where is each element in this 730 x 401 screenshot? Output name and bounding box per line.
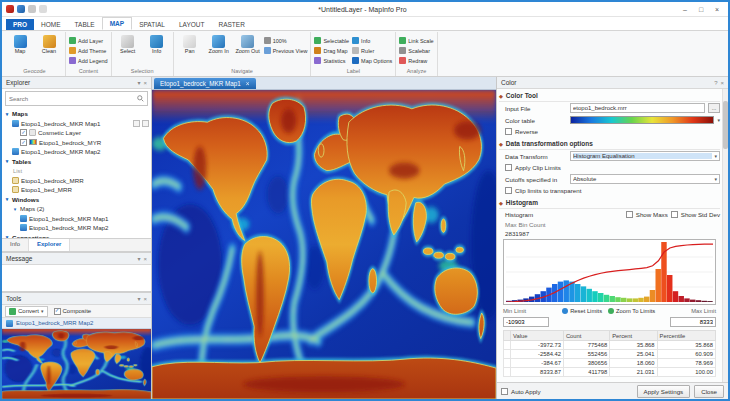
close-button[interactable]: Close xyxy=(694,385,724,398)
apply-clip-checkbox[interactable]: Apply Clip Limits xyxy=(499,162,720,173)
map2-window-titlebar[interactable]: Etopo1_bedrock_MRR Map2 xyxy=(2,318,151,329)
add-layer-button[interactable]: Add Layer xyxy=(69,36,108,45)
close-icon[interactable]: × xyxy=(143,296,147,302)
undo-icon[interactable] xyxy=(28,5,36,13)
close-icon[interactable]: × xyxy=(710,4,724,15)
section-data-transform[interactable]: ◆Data transformation options xyxy=(499,138,720,150)
scrollbar[interactable] xyxy=(722,89,728,382)
section-color-tool[interactable]: ◆Color Tool xyxy=(499,90,720,102)
world-map[interactable] xyxy=(152,90,496,399)
tab-map[interactable]: MAP xyxy=(102,17,132,30)
zoom-in-button[interactable]: Zoom In xyxy=(206,33,232,55)
histogram-chart[interactable] xyxy=(503,239,716,305)
layer-control-icon[interactable] xyxy=(133,120,140,127)
zoom-to-limits-button[interactable]: Zoom To Limits xyxy=(608,308,655,314)
close-icon[interactable]: × xyxy=(143,256,147,262)
legend-icon[interactable] xyxy=(142,120,149,127)
min-limit-field[interactable] xyxy=(503,317,549,327)
col-count[interactable]: Count xyxy=(563,331,609,341)
table-row[interactable]: -2584.4255245625.04160.909 xyxy=(504,350,716,359)
add-legend-button[interactable]: Add Legend xyxy=(69,56,108,65)
previous-view-button[interactable]: Previous View xyxy=(264,46,308,55)
show-maxs-checkbox[interactable]: Show Maxs xyxy=(626,209,668,220)
data-transform-select[interactable]: Histogram Equalisation▾ xyxy=(570,151,720,161)
tab-pro[interactable]: PRO xyxy=(6,19,34,30)
map-tab[interactable]: Etopo1_bedrock_MKR Map1 × xyxy=(154,78,256,89)
info-button[interactable]: Info xyxy=(144,33,170,55)
tree-item-window-map1[interactable]: Etopo1_bedrock_MKR Map1 xyxy=(4,214,149,224)
ruler-button[interactable]: Ruler xyxy=(352,46,392,55)
col-percentile[interactable]: Percentile xyxy=(657,331,715,341)
map2-canvas[interactable] xyxy=(2,329,151,399)
auto-apply-checkbox[interactable]: Auto Apply xyxy=(501,386,541,397)
table-row[interactable]: -3972.7377546835.86835.868 xyxy=(504,341,716,350)
zoom-out-button[interactable]: Zoom Out xyxy=(235,33,261,55)
checkbox-checked-icon[interactable]: ✓ xyxy=(20,139,27,146)
select-button[interactable]: Select xyxy=(115,33,141,55)
input-file-field[interactable] xyxy=(570,103,705,113)
close-icon[interactable]: × xyxy=(143,80,147,86)
redraw-button[interactable]: Redraw xyxy=(399,56,433,65)
tree-item-cosmetic-layer[interactable]: ✓Cosmetic Layer xyxy=(4,128,149,138)
chevron-down-icon[interactable]: ▾ xyxy=(137,295,140,302)
tables-section-header[interactable]: ▾Tables xyxy=(4,157,149,167)
tab-table[interactable]: TABLE xyxy=(68,19,102,30)
chevron-down-icon[interactable]: ▾ xyxy=(137,255,140,262)
map-button[interactable]: Map xyxy=(7,33,33,55)
chevron-down-icon[interactable]: ▾ xyxy=(137,79,140,86)
tab-home[interactable]: HOME xyxy=(34,19,68,30)
close-icon[interactable]: × xyxy=(720,80,724,86)
link-scale-button[interactable]: Link Scale xyxy=(399,36,433,45)
col-percent[interactable]: Percent xyxy=(610,331,657,341)
maps-section-header[interactable]: ▾Maps xyxy=(4,109,149,119)
tab-spatial[interactable]: SPATIAL xyxy=(132,19,172,30)
world-map-mini[interactable] xyxy=(2,329,151,399)
tab-explorer[interactable]: Explorer xyxy=(29,239,70,251)
map-options-button[interactable]: Map Options xyxy=(352,56,392,65)
cutoffs-select[interactable]: Absolute▾ xyxy=(570,174,720,184)
tab-raster[interactable]: RASTER xyxy=(211,19,251,30)
drag-map-button[interactable]: Drag Map xyxy=(314,46,349,55)
maximize-icon[interactable]: □ xyxy=(694,4,708,15)
section-histogram[interactable]: ◆Histogram xyxy=(499,197,720,209)
reset-limits-button[interactable]: Reset Limits xyxy=(562,308,602,314)
search-input[interactable] xyxy=(9,96,137,102)
redo-icon[interactable] xyxy=(39,5,47,13)
col-value[interactable]: Value xyxy=(511,331,564,341)
windows-maps-group[interactable]: ▾Maps (2) xyxy=(4,204,149,214)
composite-checkbox[interactable]: ✓ Composite xyxy=(54,308,92,315)
zoom-100-button[interactable]: 100% xyxy=(264,36,308,45)
help-icon[interactable]: ? xyxy=(714,80,717,86)
info-tool-button[interactable]: Info xyxy=(352,36,392,45)
scrollbar-thumb[interactable] xyxy=(723,101,728,149)
tab-layout[interactable]: LAYOUT xyxy=(172,19,212,30)
tree-item-raster-layer[interactable]: ✓Etopo1_bedrock_MYR xyxy=(4,138,149,148)
show-std-checkbox[interactable]: Show Std Dev xyxy=(671,209,720,220)
tree-item-table-2[interactable]: Etopo1_bed_MRR xyxy=(4,185,149,195)
selectable-button[interactable]: Selectable xyxy=(314,36,349,45)
windows-section-header[interactable]: ▾Windows xyxy=(4,195,149,205)
tree-item-map1[interactable]: Etopo1_bedrock_MKR Map1 xyxy=(4,119,149,129)
scalebar-button[interactable]: Scalebar xyxy=(399,46,433,55)
close-icon[interactable]: × xyxy=(246,80,250,87)
save-icon[interactable] xyxy=(17,5,25,13)
table-row[interactable]: -384.6738065618.06078.969 xyxy=(504,359,716,368)
max-limit-field[interactable] xyxy=(670,317,716,327)
tree-item-map2[interactable]: Etopo1_bedrock_MKR Map2 xyxy=(4,147,149,157)
table-row[interactable]: 8333.8741179821.031100.00 xyxy=(504,368,716,377)
browse-button[interactable]: ... xyxy=(708,103,720,113)
convert-button[interactable]: Convert ▾ xyxy=(5,306,48,317)
clip-transparent-checkbox[interactable]: Clip limits to transparent xyxy=(499,185,720,196)
add-theme-button[interactable]: Add Theme xyxy=(69,46,108,55)
statistics-button[interactable]: Statistics xyxy=(314,56,349,65)
tab-info[interactable]: Info xyxy=(2,239,29,251)
tree-item-table-1[interactable]: Etopo1_bedrock_MRR xyxy=(4,176,149,186)
pan-button[interactable]: Pan xyxy=(177,33,203,55)
clean-button[interactable]: Clean xyxy=(36,33,62,55)
tree-item-window-map2[interactable]: Etopo1_bedrock_MKR Map2 xyxy=(4,223,149,233)
map-canvas[interactable] xyxy=(152,90,496,399)
apply-settings-button[interactable]: Apply Settings xyxy=(637,385,691,398)
minimize-icon[interactable]: – xyxy=(678,4,692,15)
reverse-checkbox[interactable]: Reverse xyxy=(499,126,720,137)
color-table-dropdown[interactable] xyxy=(570,116,714,124)
